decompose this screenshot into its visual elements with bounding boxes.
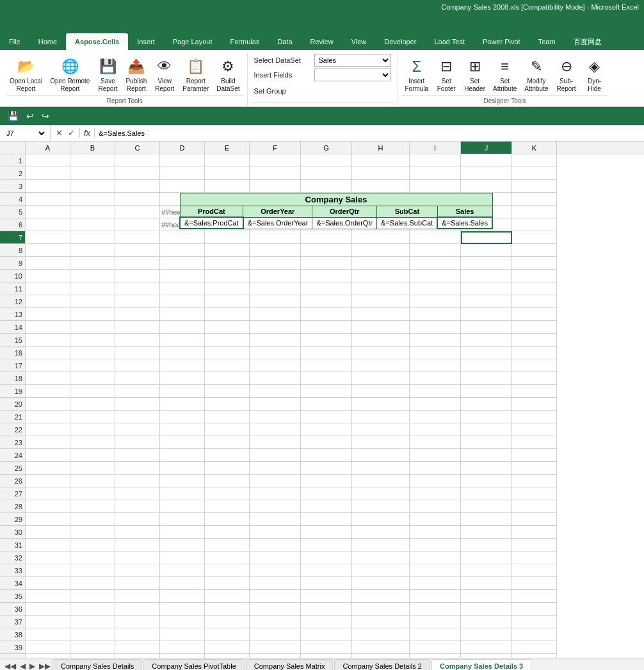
cell-F14[interactable]: [250, 321, 301, 334]
dataset-select[interactable]: Sales: [314, 54, 391, 67]
cell-G23[interactable]: [301, 436, 352, 449]
cell-D15[interactable]: [160, 334, 205, 347]
row-header-5[interactable]: 5: [0, 206, 25, 218]
cell-G39[interactable]: [301, 641, 352, 654]
cell-F9[interactable]: [250, 257, 301, 270]
row-header-38[interactable]: 38: [0, 628, 25, 641]
cell-H35[interactable]: [352, 590, 410, 603]
cell-E10[interactable]: [205, 270, 250, 282]
cell-H32[interactable]: [352, 552, 410, 564]
cell-H16[interactable]: [352, 347, 410, 359]
cell-K9[interactable]: [512, 257, 557, 270]
cell-K7[interactable]: [512, 231, 557, 244]
cell-I7[interactable]: [410, 231, 461, 244]
cell-K37[interactable]: [512, 616, 557, 628]
cell-A20[interactable]: [26, 398, 70, 411]
cell-I9[interactable]: [410, 257, 461, 270]
row-header-16[interactable]: 16: [0, 347, 25, 359]
cell-A19[interactable]: [26, 385, 70, 398]
cell-E28[interactable]: [205, 500, 250, 513]
cell-K28[interactable]: [512, 500, 557, 513]
cell-J15[interactable]: [461, 334, 512, 347]
cell-F36[interactable]: [250, 603, 301, 616]
row-header-4[interactable]: 4: [0, 193, 25, 206]
cell-A36[interactable]: [26, 603, 70, 616]
sheet-tab-company-sales-details[interactable]: Company Sales Details: [52, 659, 142, 671]
cell-D13[interactable]: [160, 308, 205, 321]
cell-J19[interactable]: [461, 385, 512, 398]
row-header-6[interactable]: 6: [0, 218, 25, 231]
cell-E7[interactable]: [205, 231, 250, 244]
cell-G8[interactable]: [301, 244, 352, 257]
save-qat-button[interactable]: 💾: [5, 110, 21, 122]
col-header-H[interactable]: H: [352, 142, 410, 154]
formula-input[interactable]: [95, 129, 644, 137]
cell-C29[interactable]: [115, 513, 160, 526]
cell-C28[interactable]: [115, 500, 160, 513]
cell-K4[interactable]: [512, 193, 557, 206]
cell-H18[interactable]: [352, 372, 410, 385]
cell-F23[interactable]: [250, 436, 301, 449]
row-header-33[interactable]: 33: [0, 564, 25, 577]
cell-A1[interactable]: [26, 154, 70, 167]
cell-E13[interactable]: [205, 308, 250, 321]
cell-A38[interactable]: [26, 628, 70, 641]
cell-G22[interactable]: [301, 423, 352, 436]
cell-H31[interactable]: [352, 539, 410, 552]
cell-I32[interactable]: [410, 552, 461, 564]
cell-B6[interactable]: [70, 218, 115, 231]
cell-I15[interactable]: [410, 334, 461, 347]
cell-I30[interactable]: [410, 526, 461, 539]
row-header-28[interactable]: 28: [0, 500, 25, 513]
col-header-B[interactable]: B: [70, 142, 115, 154]
cell-K40[interactable]: [512, 654, 557, 658]
cell-F10[interactable]: [250, 270, 301, 282]
cell-J23[interactable]: [461, 436, 512, 449]
cell-A7[interactable]: [26, 231, 70, 244]
cell-F25[interactable]: [250, 462, 301, 475]
cell-C36[interactable]: [115, 603, 160, 616]
cell-C21[interactable]: [115, 411, 160, 423]
cell-J25[interactable]: [461, 462, 512, 475]
cell-G30[interactable]: [301, 526, 352, 539]
cell-C37[interactable]: [115, 616, 160, 628]
cell-A39[interactable]: [26, 641, 70, 654]
cell-F1[interactable]: [250, 154, 301, 167]
cell-D23[interactable]: [160, 436, 205, 449]
cell-K12[interactable]: [512, 295, 557, 308]
cell-A22[interactable]: [26, 423, 70, 436]
cell-B28[interactable]: [70, 500, 115, 513]
cell-G9[interactable]: [301, 257, 352, 270]
cell-B11[interactable]: [70, 282, 115, 295]
cell-I21[interactable]: [410, 411, 461, 423]
cell-J1[interactable]: [461, 154, 512, 167]
cell-D12[interactable]: [160, 295, 205, 308]
cell-G24[interactable]: [301, 449, 352, 462]
cell-B34[interactable]: [70, 577, 115, 590]
cell-H37[interactable]: [352, 616, 410, 628]
cell-G32[interactable]: [301, 552, 352, 564]
cell-B16[interactable]: [70, 347, 115, 359]
cell-B33[interactable]: [70, 564, 115, 577]
cell-K2[interactable]: [512, 167, 557, 180]
cell-E19[interactable]: [205, 385, 250, 398]
cell-A18[interactable]: [26, 372, 70, 385]
tab-developer[interactable]: Developer: [375, 33, 425, 50]
confirm-formula-button[interactable]: ✓: [66, 128, 77, 138]
cell-J8[interactable]: [461, 244, 512, 257]
open-local-report-button[interactable]: 📂 Open LocalReport: [6, 54, 45, 95]
cell-H27[interactable]: [352, 487, 410, 500]
cell-K15[interactable]: [512, 334, 557, 347]
cell-E18[interactable]: [205, 372, 250, 385]
cell-J17[interactable]: [461, 359, 512, 372]
cell-K33[interactable]: [512, 564, 557, 577]
cell-J22[interactable]: [461, 423, 512, 436]
cell-G15[interactable]: [301, 334, 352, 347]
cell-A6[interactable]: [26, 218, 70, 231]
cell-A3[interactable]: [26, 180, 70, 193]
row-header-40[interactable]: 40: [0, 654, 25, 658]
cell-I18[interactable]: [410, 372, 461, 385]
cell-C9[interactable]: [115, 257, 160, 270]
cell-D1[interactable]: [160, 154, 205, 167]
cell-J31[interactable]: [461, 539, 512, 552]
